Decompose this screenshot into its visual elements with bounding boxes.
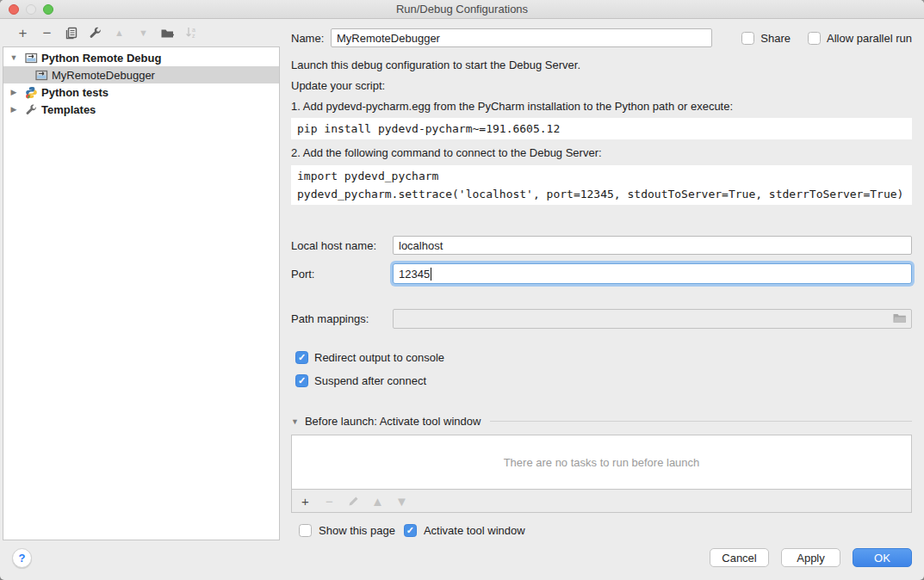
chevron-expanded-icon[interactable]: ▼ bbox=[7, 53, 21, 62]
tree-item-label: Python tests bbox=[41, 86, 109, 99]
suspend-after-connect-checkbox-group[interactable]: ✓ Suspend after connect bbox=[291, 374, 912, 387]
pip-install-command: pip install pydevd-pycharm~=191.6605.12 bbox=[291, 118, 912, 139]
show-this-page-label: Show this page bbox=[319, 524, 395, 537]
copy-configuration-icon[interactable] bbox=[64, 26, 78, 40]
local-host-name-label: Local host name: bbox=[291, 239, 393, 252]
port-value: 12345 bbox=[399, 268, 430, 281]
help-button[interactable]: ? bbox=[12, 548, 32, 568]
add-task-icon[interactable]: + bbox=[299, 494, 312, 509]
svg-text:z: z bbox=[192, 33, 195, 39]
title-bar: Run/Debug Configurations bbox=[0, 0, 924, 19]
tree-item-python-remote-debug[interactable]: ▼ Python Remote Debug bbox=[3, 49, 279, 66]
sidebar-toolbar: + − ▲ ▼ az bbox=[0, 19, 280, 46]
show-this-page-checkbox[interactable] bbox=[299, 524, 312, 537]
suspend-after-connect-checkbox[interactable]: ✓ bbox=[295, 374, 308, 387]
tree-item-label: Templates bbox=[41, 103, 96, 116]
task-list-toolbar: + − ▲ ▼ bbox=[291, 490, 912, 513]
browse-folder-icon[interactable] bbox=[892, 312, 907, 326]
run-debug-configurations-dialog: Run/Debug Configurations + − ▲ ▼ az bbox=[0, 0, 924, 580]
share-checkbox[interactable] bbox=[741, 32, 754, 45]
local-host-name-input[interactable] bbox=[393, 236, 912, 255]
ok-button[interactable]: OK bbox=[853, 548, 912, 567]
move-task-down-icon: ▼ bbox=[395, 494, 408, 509]
settrace-code-block: import pydevd_pycharm pydevd_pycharm.set… bbox=[291, 165, 912, 205]
port-input[interactable]: 12345 bbox=[393, 263, 912, 284]
window-title: Run/Debug Configurations bbox=[0, 3, 924, 15]
dialog-footer: ? Cancel Apply OK bbox=[0, 540, 924, 580]
suspend-after-connect-label: Suspend after connect bbox=[314, 374, 426, 387]
share-label: Share bbox=[760, 32, 791, 45]
allow-parallel-run-checkbox-group[interactable]: Allow parallel run bbox=[808, 32, 912, 45]
remove-configuration-icon[interactable]: − bbox=[40, 26, 54, 40]
apply-button[interactable]: Apply bbox=[781, 548, 840, 567]
move-down-icon: ▼ bbox=[136, 26, 151, 40]
step1-text: 1. Add pydevd-pycharm.egg from the PyCha… bbox=[291, 101, 912, 112]
step2-text: 2. Add the following command to connect … bbox=[291, 147, 912, 158]
before-launch-label: Before launch: Activate tool window bbox=[305, 415, 481, 428]
configurations-sidebar: + − ▲ ▼ az ▼ bbox=[0, 19, 280, 540]
activate-tool-window-checkbox-group[interactable]: ✓ Activate tool window bbox=[404, 524, 525, 537]
path-mappings-input[interactable] bbox=[393, 309, 912, 329]
port-label: Port: bbox=[291, 268, 393, 281]
cancel-button[interactable]: Cancel bbox=[710, 548, 769, 567]
allow-parallel-run-label: Allow parallel run bbox=[827, 32, 912, 45]
intro-text: Launch this debug configuration to start… bbox=[291, 59, 912, 71]
collapse-section-icon[interactable]: ▼ bbox=[291, 417, 299, 426]
edit-defaults-wrench-icon[interactable] bbox=[88, 26, 102, 40]
before-launch-task-list[interactable]: There are no tasks to run before launch bbox=[291, 435, 912, 490]
remote-debug-config-icon bbox=[24, 51, 38, 65]
remote-debug-config-icon bbox=[34, 68, 48, 82]
before-launch-section-header[interactable]: ▼ Before launch: Activate tool window bbox=[291, 415, 912, 428]
activate-tool-window-checkbox[interactable]: ✓ bbox=[404, 524, 417, 537]
redirect-output-checkbox-group[interactable]: ✓ Redirect output to console bbox=[291, 351, 912, 364]
tree-item-label: Python Remote Debug bbox=[41, 52, 161, 65]
allow-parallel-run-checkbox[interactable] bbox=[808, 32, 821, 45]
name-label: Name: bbox=[291, 32, 331, 45]
python-tests-icon bbox=[24, 85, 38, 99]
new-folder-icon[interactable] bbox=[160, 26, 175, 40]
update-script-text: Update your script: bbox=[291, 80, 912, 91]
svg-text:a: a bbox=[192, 27, 195, 33]
section-divider bbox=[490, 421, 912, 422]
move-task-up-icon: ▲ bbox=[371, 494, 384, 509]
remove-task-icon: − bbox=[323, 494, 336, 509]
activate-tool-window-label: Activate tool window bbox=[424, 524, 525, 537]
code-line-settrace: pydevd_pycharm.settrace('localhost', por… bbox=[297, 185, 906, 203]
text-caret bbox=[431, 268, 431, 281]
redirect-output-checkbox[interactable]: ✓ bbox=[295, 351, 308, 364]
chevron-collapsed-icon[interactable]: ▶ bbox=[7, 88, 21, 96]
question-mark-icon: ? bbox=[19, 552, 26, 565]
name-input[interactable] bbox=[331, 28, 712, 47]
edit-task-pencil-icon bbox=[347, 496, 360, 507]
tree-item-python-tests[interactable]: ▶ Python tests bbox=[3, 83, 279, 101]
configurations-tree: ▼ Python Remote Debug MyRemoteDebugger ▶ bbox=[3, 46, 280, 540]
share-checkbox-group[interactable]: Share bbox=[741, 32, 791, 45]
configuration-editor: Name: Share Allow parallel run Launch th… bbox=[280, 19, 924, 540]
tree-item-myremotedebugger[interactable]: MyRemoteDebugger bbox=[3, 66, 279, 83]
add-configuration-icon[interactable]: + bbox=[16, 26, 30, 40]
redirect-output-label: Redirect output to console bbox=[314, 351, 444, 364]
show-this-page-checkbox-group[interactable]: Show this page bbox=[299, 524, 395, 537]
path-mappings-label: Path mappings: bbox=[291, 312, 393, 325]
wrench-icon bbox=[24, 102, 38, 116]
sort-alphabetically-icon: az bbox=[184, 26, 199, 40]
code-line-import: import pydevd_pycharm bbox=[297, 167, 906, 185]
tree-item-label: MyRemoteDebugger bbox=[52, 69, 155, 82]
move-up-icon: ▲ bbox=[112, 26, 127, 40]
no-tasks-text: There are no tasks to run before launch bbox=[504, 456, 700, 469]
chevron-collapsed-icon[interactable]: ▶ bbox=[7, 105, 21, 114]
tree-item-templates[interactable]: ▶ Templates bbox=[3, 101, 279, 118]
